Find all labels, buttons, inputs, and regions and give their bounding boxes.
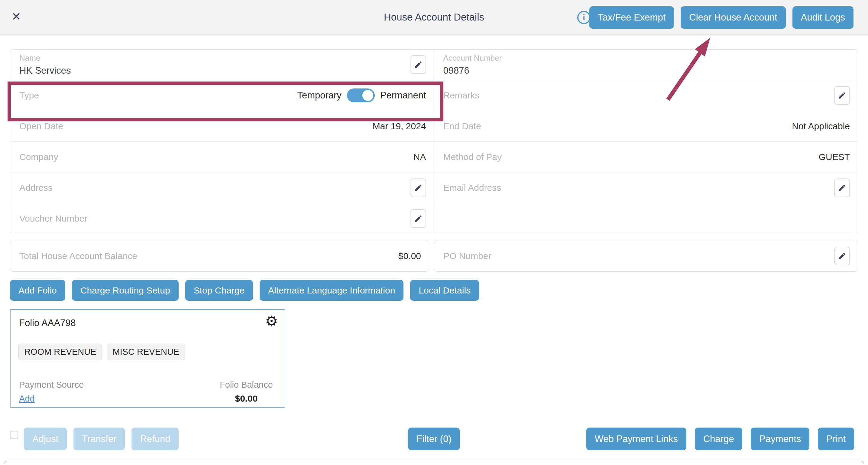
folio-tag: ROOM REVENUE [19, 344, 102, 360]
filter-button[interactable]: Filter (0) [408, 428, 460, 450]
gear-icon[interactable]: ⚙ [265, 314, 278, 329]
folio-actions: Add Folio Charge Routing Setup Stop Char… [10, 280, 479, 301]
disabled-actions: Adjust Transfer Refund [24, 428, 179, 450]
charge-routing-setup-button[interactable]: Charge Routing Setup [72, 280, 179, 301]
address-row: Address [10, 172, 434, 203]
voucher-number-label: Voucher Number [19, 213, 410, 224]
open-date-row: Open Date Mar 19, 2024 [10, 111, 434, 142]
print-button[interactable]: Print [818, 428, 854, 450]
folio-tags: ROOM REVENUE MISC REVENUE [19, 344, 185, 360]
type-label: Type [19, 90, 297, 101]
refund-button[interactable]: Refund [131, 428, 179, 450]
method-of-pay-row: Method of Pay GUEST [434, 142, 858, 172]
total-balance-row: Total House Account Balance $0.00 [10, 240, 429, 272]
audit-logs-button[interactable]: Audit Logs [793, 6, 854, 29]
transfer-button[interactable]: Transfer [73, 428, 125, 450]
form-left-column: Name HK Services Type Temporary Permanen… [10, 49, 434, 234]
header-bar: ✕ House Account Details i Tax/Fee Exempt… [0, 0, 868, 35]
company-row: Company NA [10, 142, 434, 172]
folio-balance-label: Folio Balance [204, 380, 289, 390]
name-row: Name HK Services [10, 49, 434, 80]
pencil-icon [414, 184, 423, 192]
form-right-column: Account Number 09876 Remarks End Date No… [434, 49, 858, 234]
empty-row [434, 203, 858, 234]
folio-tag: MISC REVENUE [107, 344, 185, 360]
folio-balance-block: Folio Balance $0.00 [204, 380, 289, 404]
folio-balance-value: $0.00 [204, 393, 289, 404]
clear-house-account-button[interactable]: Clear House Account [681, 6, 785, 29]
transactions-toolbar: Adjust Transfer Refund Filter (0) Web Pa… [0, 428, 868, 450]
name-value: HK Services [19, 65, 71, 76]
folio-title: Folio AAA798 [19, 318, 76, 329]
charge-button[interactable]: Charge [695, 428, 743, 450]
pencil-icon [414, 60, 423, 69]
header-actions: Tax/Fee Exempt Clear House Account Audit… [589, 6, 854, 29]
total-balance-label: Total House Account Balance [19, 251, 398, 261]
info-icon[interactable]: i [577, 11, 591, 24]
pencil-icon [414, 214, 423, 223]
close-icon[interactable]: ✕ [11, 11, 21, 22]
payment-source-label: Payment Source [19, 380, 84, 390]
edit-po-number-button[interactable] [834, 247, 850, 265]
open-date-value: Mar 19, 2024 [373, 121, 426, 131]
po-number-label: PO Number [443, 251, 834, 261]
toggle-knob [362, 90, 373, 101]
edit-voucher-number-button[interactable] [410, 209, 426, 228]
toggle-right-label: Permanent [380, 90, 426, 101]
remarks-row: Remarks [434, 80, 858, 111]
name-label: Name [19, 54, 40, 63]
type-toggle-group: Temporary Permanent [297, 89, 426, 102]
alternate-language-information-button[interactable]: Alternate Language Information [259, 280, 403, 301]
account-details-form: Name HK Services Type Temporary Permanen… [10, 49, 858, 234]
edit-email-button[interactable] [834, 178, 850, 197]
transactions-table-top-edge [4, 461, 864, 465]
add-folio-button[interactable]: Add Folio [10, 280, 65, 301]
payment-actions: Web Payment Links Charge Payments Print [586, 428, 854, 450]
end-date-label: End Date [443, 121, 792, 131]
pencil-icon [838, 252, 846, 260]
method-of-pay-label: Method of Pay [443, 152, 819, 162]
pencil-icon [838, 91, 846, 100]
email-address-row: Email Address [434, 172, 858, 203]
adjust-button[interactable]: Adjust [24, 428, 67, 450]
po-number-row: PO Number [434, 240, 858, 272]
edit-remarks-button[interactable] [834, 86, 850, 105]
add-payment-source-link[interactable]: Add [19, 394, 35, 404]
edit-address-button[interactable] [410, 178, 426, 197]
payments-button[interactable]: Payments [751, 428, 809, 450]
account-number-label: Account Number [443, 54, 502, 63]
pencil-icon [838, 184, 846, 192]
method-of-pay-value: GUEST [819, 152, 850, 162]
company-value: NA [413, 152, 426, 162]
select-all-checkbox[interactable] [10, 431, 18, 439]
stop-charge-button[interactable]: Stop Charge [185, 280, 253, 301]
open-date-label: Open Date [19, 121, 373, 131]
address-label: Address [19, 183, 410, 193]
email-address-label: Email Address [443, 183, 834, 193]
company-label: Company [19, 152, 413, 162]
remarks-label: Remarks [443, 90, 834, 101]
type-row: Type Temporary Permanent [10, 80, 434, 111]
total-balance-value: $0.00 [398, 251, 421, 261]
local-details-button[interactable]: Local Details [410, 280, 479, 301]
folio-card: Folio AAA798 ⚙ ROOM REVENUE MISC REVENUE… [10, 309, 285, 408]
voucher-number-row: Voucher Number [10, 203, 434, 234]
tax-fee-exempt-button[interactable]: Tax/Fee Exempt [589, 6, 674, 29]
page-title: House Account Details [384, 11, 484, 23]
account-number-value: 09876 [443, 65, 469, 76]
type-toggle[interactable] [347, 89, 375, 102]
end-date-row: End Date Not Applicable [434, 111, 858, 142]
web-payment-links-button[interactable]: Web Payment Links [586, 428, 686, 450]
end-date-value: Not Applicable [792, 121, 850, 131]
account-number-row: Account Number 09876 [434, 49, 858, 80]
toggle-left-label: Temporary [297, 90, 341, 101]
edit-name-button[interactable] [410, 55, 426, 74]
